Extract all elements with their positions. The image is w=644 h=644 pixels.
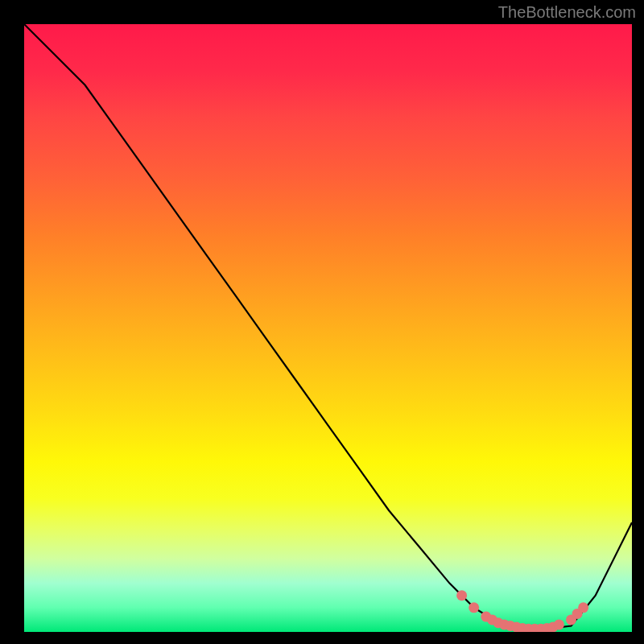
attribution-label: TheBottleneck.com (498, 3, 636, 22)
optimal-range-dots (24, 24, 632, 632)
optimal-dot (456, 590, 467, 601)
optimal-dot (578, 602, 588, 613)
optimal-dot (554, 619, 564, 630)
chart-plot-area (24, 24, 632, 632)
optimal-dot (469, 602, 479, 613)
